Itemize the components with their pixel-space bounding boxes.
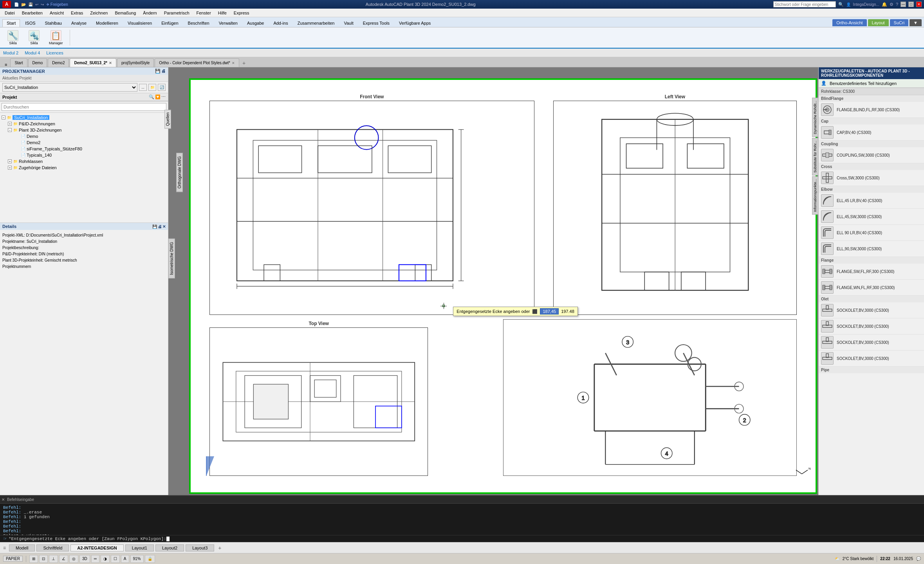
details-save-icon[interactable]: 💾 [152, 224, 157, 229]
tab-vault[interactable]: Vault [339, 19, 357, 27]
sockolet-1-item[interactable]: SOCKOLET,BV,3000 (CS300) [819, 302, 924, 318]
tree-item-sucri[interactable]: − 📁 SuCri_Installation [2, 114, 166, 121]
tab-beschriften[interactable]: Beschriften [184, 19, 214, 27]
tab-einfugen[interactable]: Einfügen [157, 19, 182, 27]
status-annotation[interactable]: A [121, 555, 129, 563]
doc-tab-active[interactable]: Demo2_SU013_2* ✕ [70, 58, 116, 67]
tab-layout[interactable]: Layout [868, 19, 889, 26]
menu-bearbeiten[interactable]: Bearbeiten [19, 10, 46, 16]
status-osnap[interactable]: ◎ [69, 555, 78, 563]
tree-search-icon[interactable]: 🔍 [149, 94, 154, 99]
menu-express[interactable]: Express [231, 10, 253, 16]
flange-sw-item[interactable]: FLANGE,SW,FL,RF,300 (CS300) [819, 264, 924, 280]
status-ortho[interactable]: ⊥ [49, 555, 58, 563]
tree-item-typicals[interactable]: 📄 Typicals_140 [2, 152, 166, 158]
doc-tab-start[interactable]: Start [10, 58, 27, 67]
tab-visualisieren[interactable]: Visualisieren [123, 19, 156, 27]
tab-dropdown[interactable]: ▼ [910, 19, 922, 26]
tab-modellieren[interactable]: Modellieren [92, 19, 123, 27]
open-icon[interactable]: 📂 [21, 2, 26, 7]
tab-stahlbau[interactable]: Stahlbau [41, 19, 66, 27]
menu-datei[interactable]: Datei [2, 10, 18, 16]
dimension-value-display[interactable]: 187,45 [540, 308, 559, 315]
project-select[interactable]: SuCri_Installation [2, 83, 137, 92]
tab-layout1[interactable]: Layout1 [125, 544, 154, 551]
add-layout-button[interactable]: + [216, 544, 224, 552]
search-icon[interactable]: 🔍 [838, 2, 844, 7]
tree-item-rohrklassen[interactable]: + 📁 Rohrklassen [2, 158, 166, 164]
tab-schriftfeld[interactable]: Schriftfeld [36, 544, 69, 551]
expand-btn-sucri[interactable]: − [2, 116, 5, 119]
status-snap[interactable]: ⊡ [39, 555, 48, 563]
tree-item-demo[interactable]: 📄 Demo [2, 133, 166, 139]
status-lineweight[interactable]: ═ [91, 555, 99, 563]
menu-extras[interactable]: Extras [68, 10, 86, 16]
settings-icon[interactable]: ⚙ [890, 2, 893, 7]
module-4-link[interactable]: Modul 4 [25, 51, 40, 55]
paper-label[interactable]: PAPIER [3, 556, 23, 562]
redo-icon[interactable]: ↪ [41, 2, 44, 7]
licences-link[interactable]: Licences [46, 51, 63, 55]
bell-icon[interactable]: 🔔 [882, 2, 887, 7]
sockolet-2-item[interactable]: SOCKOLET,BV,3000 (CS300) [819, 318, 924, 334]
coupling-item[interactable]: COUPLING,SW,3000 (CS300) [819, 147, 924, 163]
tab-a2-integadesign[interactable]: A2-INTEGADESIGN [70, 544, 123, 551]
tab-sucri[interactable]: SuCri [890, 19, 909, 26]
isometric-dwg-tab[interactable]: Isometrische DWG [168, 239, 175, 278]
sikla1-button[interactable]: 🔧 Sikla [3, 29, 23, 47]
module-2-link[interactable]: Modul 2 [3, 51, 18, 55]
tab-ortho-ansicht[interactable]: Ortho-Ansicht [832, 19, 866, 26]
status-grid[interactable]: ⊞ [29, 555, 38, 563]
flange-wn-item[interactable]: FLANGE,WN,FL,RF,300 (CS300) [819, 280, 924, 296]
quellen-tab[interactable]: Quellen [164, 110, 171, 128]
command-close-icon[interactable]: ✕ [2, 497, 5, 502]
app-logo-icon[interactable]: A [2, 1, 11, 8]
add-tab-button[interactable]: + [240, 59, 248, 67]
pm-save-icon[interactable]: 💾 [155, 69, 161, 74]
bottom-tabs-menu-icon[interactable]: ≡ [3, 545, 6, 551]
search-input[interactable] [773, 1, 836, 7]
tab-isos[interactable]: ISOS [21, 19, 40, 27]
tree-item-zug-dateien[interactable]: + 📁 Zugehörige Dateien [2, 164, 166, 171]
doc-tab-demo[interactable]: Demo [28, 58, 47, 67]
help-icon[interactable]: ? [896, 2, 898, 7]
tab-verfugbare-apps[interactable]: Verfügbare Apps [395, 19, 435, 27]
tree-item-pid[interactable]: + 📁 P&ID-Zeichnungen [2, 121, 166, 127]
sockolet-3-item[interactable]: SOCKOLET,BV,3000 (CS300) [819, 334, 924, 351]
menu-fenster[interactable]: Fenster [193, 10, 214, 16]
maximize-button[interactable]: □ [908, 2, 914, 7]
cross-item[interactable]: Cross,SW,3000 (CS300) [819, 170, 924, 186]
ell45-lr-item[interactable]: ELL,45 LR,BV,40 (CS300) [819, 193, 924, 209]
status-transparency[interactable]: ◑ [101, 555, 110, 563]
status-3d[interactable]: 3D [79, 555, 90, 563]
ell90-lr-item[interactable]: ELL 90 LR,BV,40 (CS300) [819, 225, 924, 241]
menu-bemabung[interactable]: Bemaßung [112, 10, 139, 16]
tab-zusammenarbeiten[interactable]: Zusammenarbeiten [293, 19, 339, 27]
tab-layout2[interactable]: Layout2 [155, 544, 184, 551]
tab-modell[interactable]: Modell [9, 544, 35, 551]
tab-ausgabe[interactable]: Ausgabe [243, 19, 268, 27]
drawing-canvas[interactable]: Front View [168, 67, 818, 495]
undo-icon[interactable]: ↩ [35, 2, 38, 7]
status-zoom-percent[interactable]: 91% [130, 555, 144, 563]
notification-icon[interactable]: 💬 [916, 557, 921, 561]
project-search-input[interactable] [2, 103, 166, 111]
tab-analyse[interactable]: Analyse [67, 19, 91, 27]
menu-zeichnen[interactable]: Zeichnen [87, 10, 111, 16]
minimize-button[interactable]: — [901, 2, 906, 7]
menu-parametrisch[interactable]: Parametrisch [161, 10, 193, 16]
menu-ansicht[interactable]: Ansicht [47, 10, 67, 16]
ell90-sw-item[interactable]: ELL,90,SW,3000 (CS300) [819, 241, 924, 257]
tree-item-siframe[interactable]: 📄 siFrame_Typicals_StützeF80 [2, 146, 166, 152]
expand-btn-rohrklassen[interactable]: + [8, 159, 12, 163]
save-icon[interactable]: 💾 [28, 2, 33, 7]
expand-btn-pid[interactable]: + [8, 122, 12, 126]
expand-btn-zug-dateien[interactable]: + [8, 166, 12, 170]
tree-filter-icon[interactable]: 🔽 [155, 94, 161, 99]
tree-item-demo2[interactable]: 📄 Demo2 [2, 139, 166, 146]
tab-nav-btn[interactable]: ≡ [3, 62, 9, 67]
ell45-sw-item[interactable]: ELL,45,SW,3000 (CS300) [819, 209, 924, 225]
details-print-icon[interactable]: 🖨 [158, 224, 162, 229]
menu-hilfe[interactable]: Hilfe [215, 10, 230, 16]
tab-add-ins[interactable]: Add-ins [269, 19, 292, 27]
